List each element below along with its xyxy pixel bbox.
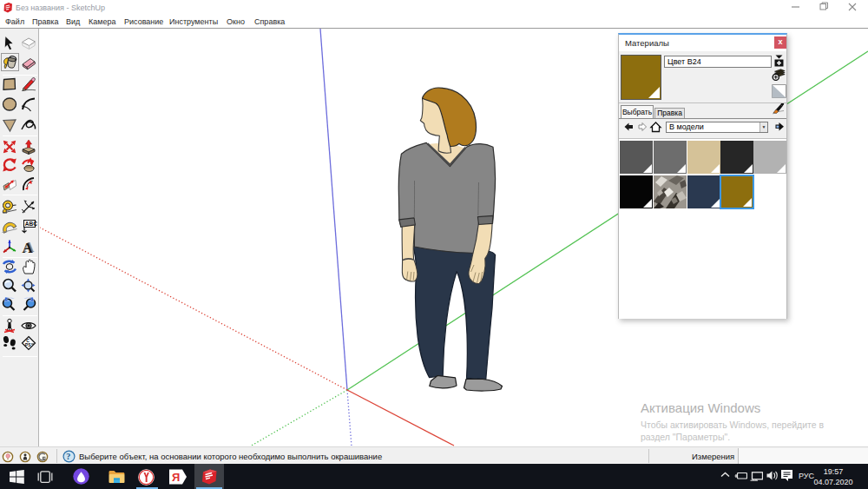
svg-text:ABC: ABC [25, 221, 37, 227]
svg-text:?: ? [66, 452, 70, 461]
svg-text:A: A [23, 240, 34, 255]
svg-text:PS: PS [25, 342, 31, 347]
